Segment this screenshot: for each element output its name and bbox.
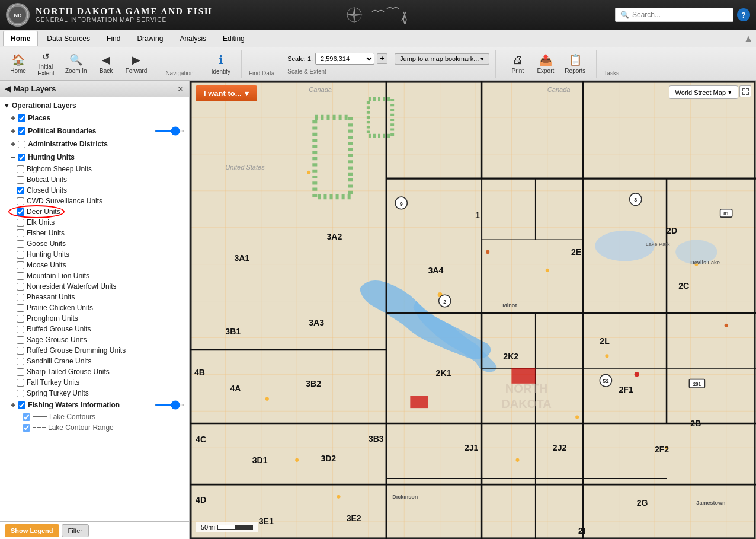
forward-btn[interactable]: ▶ Forward bbox=[121, 51, 152, 77]
prairie-chicken-label: Prairie Chicken Units bbox=[27, 304, 93, 312]
pronghorn-checkbox[interactable] bbox=[17, 315, 24, 323]
sage-grouse-item[interactable]: Sage Grouse Units bbox=[0, 334, 189, 345]
tasks-group: 🖨 Print 📤 Export 📋 Reports bbox=[504, 50, 597, 78]
sidebar-close-btn[interactable]: ✕ bbox=[177, 84, 184, 94]
tab-data-sources[interactable]: Data Sources bbox=[39, 31, 98, 46]
fisher-units-item[interactable]: Fisher Units bbox=[0, 228, 189, 238]
map-fullscreen-btn[interactable] bbox=[739, 85, 751, 97]
admin-districts-header[interactable]: Administrative Districts bbox=[0, 138, 189, 151]
toolbar-collapse-icon[interactable]: ▲ bbox=[744, 33, 753, 44]
deer-units-checkbox[interactable] bbox=[17, 208, 24, 216]
mountain-lion-units-item[interactable]: Mountain Lion Units bbox=[0, 270, 189, 281]
zoom-in-btn[interactable]: 🔍 Zoom In bbox=[60, 51, 92, 77]
scale-plus-btn[interactable]: + bbox=[377, 53, 387, 64]
spring-turkey-checkbox[interactable] bbox=[17, 390, 24, 397]
moose-units-item[interactable]: Moose Units bbox=[0, 260, 189, 270]
political-boundaries-slider[interactable] bbox=[155, 130, 184, 132]
back-btn[interactable]: ◀ Back bbox=[93, 51, 120, 77]
places-checkbox[interactable] bbox=[18, 114, 25, 122]
pronghorn-units-item[interactable]: Pronghorn Units bbox=[0, 313, 189, 324]
tab-drawing[interactable]: Drawing bbox=[129, 31, 171, 46]
svg-text:2G: 2G bbox=[637, 498, 648, 508]
nonresident-waterfowl-item[interactable]: Nonresident Waterfowl Units bbox=[0, 281, 189, 292]
bighorn-sheep-units-item[interactable]: Bighorn Sheep Units bbox=[0, 164, 189, 174]
cwd-surveillance-item[interactable]: CWD Surveillance Units bbox=[0, 196, 189, 206]
tab-find[interactable]: Find bbox=[99, 31, 128, 46]
fisher-checkbox[interactable] bbox=[17, 229, 24, 237]
closed-units-item[interactable]: Closed Units bbox=[0, 185, 189, 196]
scale-label: Scale: 1: bbox=[287, 55, 313, 62]
hunting-units-checkbox[interactable] bbox=[18, 154, 25, 161]
spring-turkey-item[interactable]: Spring Turkey Units bbox=[0, 388, 189, 398]
sandhill-crane-item[interactable]: Sandhill Crane Units bbox=[0, 356, 189, 366]
search-input[interactable] bbox=[632, 11, 727, 19]
pheasant-units-item[interactable]: Pheasant Units bbox=[0, 292, 189, 302]
sidebar-scroll[interactable]: Operational Layers Places Political Boun… bbox=[0, 97, 189, 521]
lake-contour-range-checkbox[interactable] bbox=[23, 424, 30, 432]
prairie-chicken-checkbox[interactable] bbox=[17, 304, 24, 312]
scale-bar: 50mi bbox=[196, 522, 258, 532]
sidebar-collapse-icon[interactable]: ◀ bbox=[5, 84, 11, 93]
pheasant-checkbox[interactable] bbox=[17, 294, 24, 301]
elk-checkbox[interactable] bbox=[17, 219, 24, 227]
lake-contour-range-item[interactable]: Lake Contour Range bbox=[0, 422, 189, 433]
bobcat-checkbox[interactable] bbox=[17, 176, 24, 184]
admin-districts-checkbox[interactable] bbox=[18, 141, 25, 148]
map-area[interactable]: I want to... ▾ World Street Map ▾ bbox=[190, 81, 756, 539]
operational-layers-expand-icon[interactable] bbox=[5, 101, 8, 110]
show-legend-btn[interactable]: Show Legend bbox=[5, 524, 59, 537]
i-want-to-btn[interactable]: I want to... ▾ bbox=[196, 85, 257, 101]
closed-checkbox[interactable] bbox=[17, 187, 24, 194]
prairie-chicken-item[interactable]: Prairie Chicken Units bbox=[0, 302, 189, 313]
scale-dropdown[interactable]: 2,596,314 bbox=[315, 53, 374, 65]
hunting-units-header[interactable]: Hunting Units bbox=[0, 151, 189, 164]
sharp-tailed-grouse-checkbox[interactable] bbox=[17, 368, 24, 376]
help-button[interactable]: ? bbox=[737, 8, 750, 21]
goose-checkbox[interactable] bbox=[17, 240, 24, 248]
search-box[interactable]: 🔍 bbox=[615, 8, 733, 22]
fall-turkey-checkbox[interactable] bbox=[17, 379, 24, 387]
political-boundaries-checkbox[interactable] bbox=[18, 127, 25, 135]
elk-units-item[interactable]: Elk Units bbox=[0, 217, 189, 228]
ruffed-grouse-units-item[interactable]: Ruffed Grouse Units bbox=[0, 324, 189, 334]
sandhill-crane-checkbox[interactable] bbox=[17, 358, 24, 365]
deer-units-item[interactable]: Deer Units bbox=[0, 206, 189, 217]
mountain-lion-checkbox[interactable] bbox=[17, 272, 24, 280]
tab-analysis[interactable]: Analysis bbox=[172, 31, 214, 46]
fishing-waters-label: Fishing Waters Information bbox=[28, 401, 120, 409]
fishing-waters-header[interactable]: Fishing Waters Information bbox=[0, 398, 189, 412]
identify-btn[interactable]: ℹ Identify bbox=[207, 51, 235, 77]
fall-turkey-item[interactable]: Fall Turkey Units bbox=[0, 377, 189, 388]
bobcat-units-item[interactable]: Bobcat Units bbox=[0, 174, 189, 185]
reports-btn[interactable]: 📋 Reports bbox=[560, 51, 590, 77]
hunting-units-sub-checkbox[interactable] bbox=[17, 251, 24, 259]
tab-home[interactable]: Home bbox=[3, 31, 38, 46]
cwd-checkbox[interactable] bbox=[17, 197, 24, 205]
ruffed-grouse-checkbox[interactable] bbox=[17, 326, 24, 333]
lake-contours-item[interactable]: Lake Contours bbox=[0, 412, 189, 422]
ruffed-grouse-drumming-checkbox[interactable] bbox=[17, 347, 24, 355]
print-btn[interactable]: 🖨 Print bbox=[504, 51, 531, 77]
goose-units-item[interactable]: Goose Units bbox=[0, 238, 189, 249]
filter-btn[interactable]: Filter bbox=[62, 524, 89, 537]
nonresident-waterfowl-checkbox[interactable] bbox=[17, 283, 24, 291]
sharp-tailed-grouse-item[interactable]: Sharp Tailed Grouse Units bbox=[0, 366, 189, 377]
fishing-waters-slider[interactable] bbox=[155, 404, 184, 406]
lake-contours-checkbox[interactable] bbox=[23, 413, 30, 421]
export-btn[interactable]: 📤 Export bbox=[532, 51, 559, 77]
home-btn[interactable]: 🏠 Home bbox=[5, 51, 31, 77]
map-canvas[interactable]: Canada Canada United States 9 2 52 281 3… bbox=[190, 81, 756, 539]
political-boundaries-header[interactable]: Political Boundaries bbox=[0, 125, 189, 138]
initial-extent-btn[interactable]: ↺ InitialExtent bbox=[33, 51, 59, 77]
moose-checkbox[interactable] bbox=[17, 261, 24, 269]
bighorn-sheep-checkbox[interactable] bbox=[17, 165, 24, 173]
search-area[interactable]: 🔍 ? bbox=[615, 8, 750, 22]
bookmark-btn[interactable]: Jump to a map bookmark... ▾ bbox=[395, 53, 489, 65]
hunting-units-item[interactable]: Hunting Units bbox=[0, 249, 189, 260]
places-group-header[interactable]: Places bbox=[0, 111, 189, 125]
ruffed-grouse-drumming-item[interactable]: Ruffed Grouse Drumming Units bbox=[0, 345, 189, 356]
fishing-waters-checkbox[interactable] bbox=[18, 401, 25, 409]
world-street-btn[interactable]: World Street Map ▾ bbox=[669, 85, 738, 99]
sage-grouse-checkbox[interactable] bbox=[17, 336, 24, 344]
tab-editing[interactable]: Editing bbox=[215, 31, 252, 46]
